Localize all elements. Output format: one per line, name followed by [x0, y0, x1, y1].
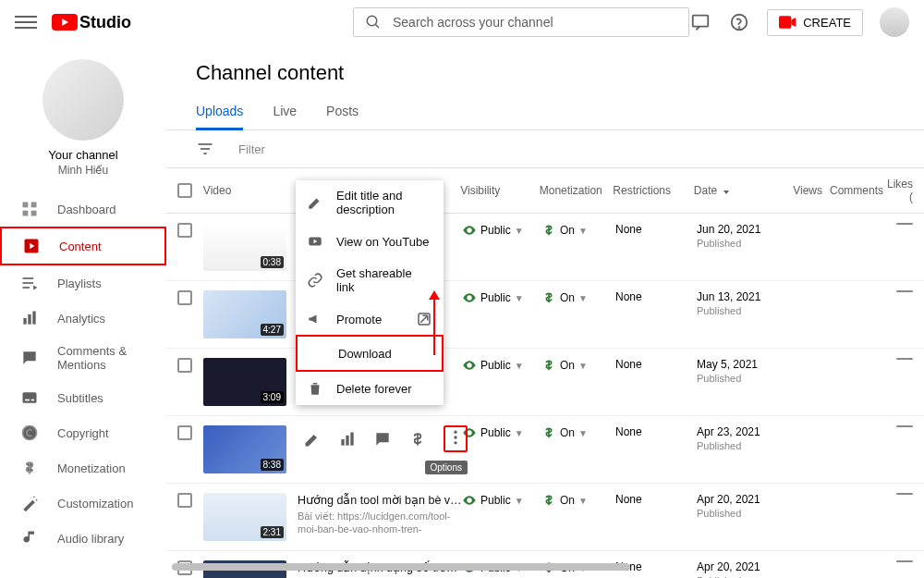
- logo[interactable]: Studio: [52, 13, 131, 32]
- monetization-cell[interactable]: On ▼: [541, 358, 615, 373]
- channel-block[interactable]: Your channel Minh Hiếu: [0, 52, 166, 191]
- tab-uploads[interactable]: Uploads: [196, 96, 243, 129]
- eye-icon: [462, 358, 477, 373]
- create-button[interactable]: CREATE: [767, 9, 863, 36]
- likes-cell: [883, 493, 913, 495]
- svg-line-1: [375, 24, 379, 28]
- youtube-icon: [52, 14, 78, 31]
- menu-promote[interactable]: Promote: [296, 302, 444, 336]
- sidebar-item-comments[interactable]: Comments & Mentions: [0, 336, 166, 380]
- col-likes[interactable]: Likes (: [880, 178, 913, 203]
- analytics-icon[interactable]: [338, 430, 357, 449]
- svg-rect-8: [23, 211, 29, 216]
- tab-posts[interactable]: Posts: [326, 96, 359, 129]
- row-checkbox[interactable]: [177, 223, 192, 238]
- menu-download[interactable]: Download: [296, 335, 444, 372]
- visibility-cell[interactable]: Public ▼: [462, 223, 541, 238]
- video-thumbnail[interactable]: [203, 425, 286, 473]
- row-checkbox[interactable]: [177, 493, 192, 508]
- sidebar-item-audio[interactable]: Audio library: [0, 521, 166, 556]
- sidebar-item-playlists[interactable]: Playlists: [0, 265, 166, 301]
- edit-icon[interactable]: [303, 430, 322, 449]
- external-icon: [416, 311, 432, 327]
- dollar-icon[interactable]: [408, 430, 427, 449]
- sidebar-item-customization[interactable]: Customization: [0, 486, 166, 521]
- chat-icon[interactable]: [689, 11, 711, 33]
- sidebar-item-content[interactable]: Content: [0, 227, 166, 265]
- svg-point-0: [367, 16, 377, 26]
- video-thumbnail[interactable]: [203, 223, 286, 271]
- menu-delete[interactable]: Delete forever: [296, 372, 444, 405]
- monetization-cell[interactable]: On ▼: [541, 223, 615, 238]
- horizontal-scrollbar[interactable]: [172, 563, 911, 571]
- menu-view[interactable]: View on YouTube: [296, 225, 444, 258]
- svg-point-32: [454, 431, 456, 434]
- svg-rect-31: [350, 432, 353, 445]
- visibility-cell[interactable]: Public ▼: [462, 290, 541, 305]
- create-label: CREATE: [803, 16, 851, 30]
- table-row[interactable]: Options Public ▼ On ▼ None Apr 23, 2021P…: [166, 416, 924, 484]
- video-thumbnail[interactable]: [203, 358, 286, 406]
- video-title: Hướng dẫn tool mời bạn bè vào nhóm ...: [298, 493, 462, 507]
- date-cell: May 5, 2021Published: [697, 358, 782, 384]
- menu-edit[interactable]: Edit title and description: [296, 180, 444, 225]
- account-avatar[interactable]: [880, 7, 909, 37]
- chevron-down-icon: ▼: [515, 226, 524, 236]
- youtube-icon: [307, 233, 323, 250]
- video-thumbnail[interactable]: [203, 290, 286, 338]
- search-input[interactable]: Search across your channel: [353, 7, 689, 37]
- sidebar-item-subtitles[interactable]: Subtitles: [0, 380, 166, 415]
- your-channel-label: Your channel: [0, 148, 166, 162]
- likes-cell: [883, 425, 913, 427]
- filter-icon: [196, 140, 214, 158]
- more-options-button[interactable]: [444, 425, 468, 452]
- monetization-cell[interactable]: On ▼: [541, 493, 615, 508]
- header: Studio Search across your channel CREATE: [0, 0, 924, 44]
- link-icon: [307, 272, 323, 289]
- sidebar-item-analytics[interactable]: Analytics: [0, 301, 166, 336]
- visibility-cell[interactable]: Public ▼: [462, 493, 541, 508]
- svg-rect-14: [23, 318, 26, 325]
- sidebar-item-dashboard[interactable]: Dashboard: [0, 191, 166, 227]
- channel-name: Minh Hiếu: [0, 164, 166, 177]
- col-date[interactable]: Date: [694, 184, 778, 197]
- row-checkbox[interactable]: [177, 358, 192, 373]
- visibility-cell[interactable]: Public ▼: [462, 425, 541, 440]
- row-checkbox[interactable]: [177, 290, 192, 305]
- col-monetization[interactable]: Monetization: [540, 184, 614, 197]
- sidebar-item-copyright[interactable]: Copyright: [0, 415, 166, 450]
- help-icon[interactable]: [728, 11, 750, 33]
- col-comments[interactable]: Comments: [822, 184, 880, 197]
- copyright-icon: [20, 424, 39, 442]
- date-cell: Apr 23, 2021Published: [697, 425, 782, 451]
- tab-live[interactable]: Live: [273, 96, 297, 129]
- comments-icon[interactable]: [373, 430, 392, 449]
- col-restrictions[interactable]: Restrictions: [613, 184, 694, 197]
- sidebar-item-monetization[interactable]: Monetization: [0, 450, 166, 486]
- table-row[interactable]: Public ▼ On ▼ None Jun 20, 2021Published: [166, 214, 924, 281]
- comments-icon: [20, 349, 39, 367]
- svg-point-22: [36, 499, 38, 501]
- col-views[interactable]: Views: [778, 184, 822, 197]
- table-row[interactable]: Hướng dẫn tool mời bạn bè vào nhóm ... B…: [166, 484, 924, 551]
- table-row[interactable]: Public ▼ On ▼ None Jun 13, 2021Published: [166, 281, 924, 349]
- visibility-cell[interactable]: Public ▼: [462, 358, 541, 373]
- dollar-circle-icon: [541, 425, 556, 440]
- table-row[interactable]: Public ▼ On ▼ None May 5, 2021Published: [166, 349, 924, 416]
- filter-bar[interactable]: Filter: [166, 130, 924, 168]
- svg-rect-13: [23, 287, 30, 289]
- context-menu: Edit title and description View on YouTu…: [296, 180, 444, 405]
- menu-share[interactable]: Get shareable link: [296, 258, 444, 302]
- svg-rect-9: [31, 211, 37, 216]
- restrictions-cell: None: [615, 290, 697, 303]
- select-all-checkbox[interactable]: [177, 183, 192, 198]
- svg-point-4: [739, 27, 740, 28]
- likes-cell: [883, 560, 913, 562]
- monetization-cell[interactable]: On ▼: [541, 425, 615, 440]
- col-visibility[interactable]: Visibility: [460, 184, 540, 197]
- dollar-circle-icon: [541, 493, 556, 508]
- video-thumbnail[interactable]: [203, 493, 286, 541]
- monetization-cell[interactable]: On ▼: [541, 290, 615, 305]
- row-checkbox[interactable]: [177, 425, 192, 440]
- menu-toggle[interactable]: [15, 11, 37, 33]
